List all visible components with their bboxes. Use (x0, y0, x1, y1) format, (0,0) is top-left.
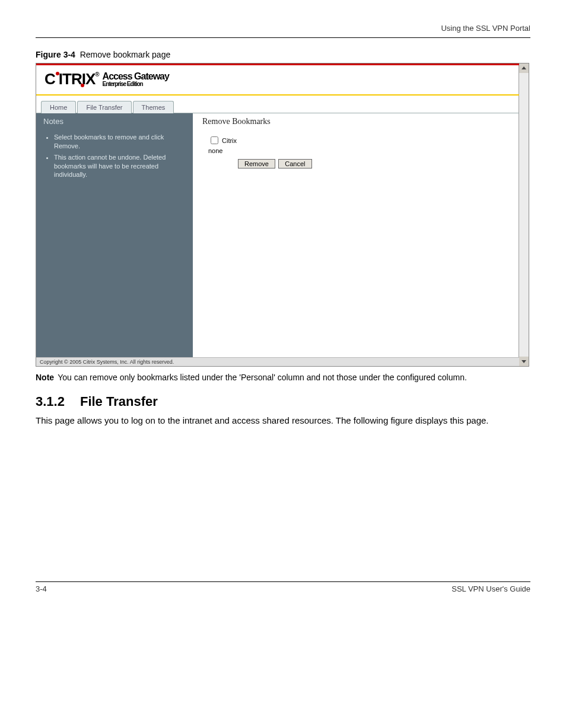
page-context: Using the SSL VPN Portal (36, 24, 530, 33)
content-area: Remove Bookmarks Citrix none Remove Canc… (193, 113, 519, 366)
section-heading: 3.1.2File Transfer (36, 394, 530, 409)
logo-dot-icon (56, 72, 59, 75)
brand-logo: C ITRIX ® Access Gateway Enterprise Edit… (44, 70, 511, 88)
notes-sidebar: Notes Select bookmarks to remove and cli… (36, 113, 193, 366)
notes-bullet: This action cannot be undone. Deleted bo… (54, 153, 186, 180)
none-label: none (208, 147, 510, 154)
footer-rule (36, 581, 530, 582)
figure-label: Figure 3-4 (36, 50, 75, 59)
screenshot-frame: C ITRIX ® Access Gateway Enterprise Edit… (36, 63, 529, 367)
page-footer: 3-4 SSL VPN User's Guide (36, 584, 530, 593)
note-text: You can remove only bookmarks listed und… (58, 371, 530, 383)
tab-file-transfer[interactable]: File Transfer (77, 101, 131, 113)
logo-dot-icon (81, 84, 84, 87)
bookmark-label: Citrix (222, 137, 237, 144)
remove-button[interactable]: Remove (238, 159, 275, 169)
brand-name-part1: C (44, 70, 55, 88)
notes-bullet: Select bookmarks to remove and click Rem… (54, 133, 186, 151)
figure-title: Remove bookmark page (80, 50, 171, 59)
copyright-bar: Copyright © 2005 Citrix Systems, Inc. Al… (36, 357, 519, 366)
tab-themes[interactable]: Themes (133, 101, 174, 113)
figure-caption: Figure 3-4 Remove bookmark page (36, 50, 530, 59)
notes-title: Notes (43, 117, 186, 126)
brand-header: C ITRIX ® Access Gateway Enterprise Edit… (36, 65, 519, 93)
brand-name-part2: ITRIX (59, 70, 95, 88)
content-heading: Remove Bookmarks (202, 117, 510, 126)
note-label: Note (36, 371, 54, 383)
note-block: Note You can remove only bookmarks liste… (36, 371, 530, 383)
header-rule (36, 37, 530, 38)
section-number: 3.1.2 (36, 394, 65, 409)
section-title: File Transfer (80, 394, 158, 409)
section-paragraph: This page allows you to log on to the in… (36, 414, 530, 427)
brand-product: Access Gateway (103, 72, 169, 81)
tab-home[interactable]: Home (41, 101, 76, 113)
registered-mark: ® (95, 71, 98, 78)
footer-page-number: 3-4 (36, 584, 47, 593)
footer-doc-title: SSL VPN User's Guide (451, 584, 530, 593)
cancel-button[interactable]: Cancel (278, 159, 311, 169)
tab-bar: Home File Transfer Themes (36, 96, 519, 113)
brand-edition: Enterprise Edition (103, 81, 169, 87)
bookmark-checkbox[interactable] (211, 136, 218, 144)
vertical-scrollbar[interactable] (519, 63, 529, 366)
